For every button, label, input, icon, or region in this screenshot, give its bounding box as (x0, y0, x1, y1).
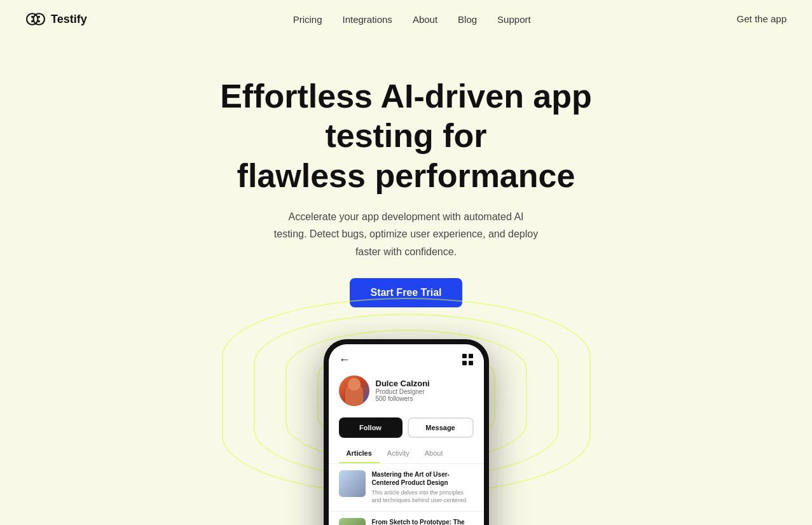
profile-info: Dulce Calzoni Product Designer 500 follo… (376, 379, 474, 402)
hero-description: Accelerate your app development with aut… (273, 208, 540, 260)
svg-point-3 (31, 20, 34, 23)
tab-articles[interactable]: Articles (339, 444, 380, 463)
phone-mockup: ← Dulce Calzoni Product Designer 500 fol… (324, 339, 489, 525)
svg-point-0 (27, 13, 38, 25)
article-thumb-1 (339, 470, 366, 497)
article-text-2: From Sketch to Prototype: The Product De… (372, 518, 474, 525)
nav-blog[interactable]: Blog (458, 14, 477, 25)
navigation: Testify Pricing Integrations About Blog … (0, 0, 812, 38)
article-item-2: From Sketch to Prototype: The Product De… (329, 512, 484, 525)
article-desc-1: This article delves into the principles … (372, 489, 474, 505)
tab-about[interactable]: About (417, 444, 451, 463)
svg-point-5 (38, 20, 41, 23)
action-buttons: Follow Message (329, 414, 484, 444)
profile-followers: 500 followers (376, 395, 474, 402)
nav-integrations[interactable]: Integrations (342, 14, 392, 25)
logo-icon (25, 10, 46, 28)
follow-button[interactable]: Follow (339, 417, 403, 438)
avatar-figure (345, 383, 363, 406)
profile-section: Dulce Calzoni Product Designer 500 follo… (329, 372, 484, 414)
tab-activity[interactable]: Activity (380, 444, 417, 463)
message-button[interactable]: Message (408, 417, 474, 438)
get-app-link[interactable]: Get the app (737, 13, 787, 24)
nav-pricing[interactable]: Pricing (293, 14, 322, 25)
article-title-2: From Sketch to Prototype: The Product De… (372, 518, 474, 525)
back-arrow-icon[interactable]: ← (339, 353, 350, 367)
svg-point-2 (31, 16, 34, 18)
grid-icon[interactable] (462, 354, 474, 365)
phone-screen: ← Dulce Calzoni Product Designer 500 fol… (329, 344, 484, 525)
article-text-1: Mastering the Art of User-Centered Produ… (372, 470, 474, 505)
logo[interactable]: Testify (25, 10, 87, 28)
article-item-1: Mastering the Art of User-Centered Produ… (329, 464, 484, 512)
hero-title: Effortless AI-driven app testing for fla… (184, 76, 629, 195)
nav-support[interactable]: Support (497, 14, 531, 25)
logo-text: Testify (51, 13, 87, 26)
article-title-1: Mastering the Art of User-Centered Produ… (372, 470, 474, 487)
articles-list: Mastering the Art of User-Centered Produ… (329, 464, 484, 525)
profile-title: Product Designer (376, 388, 474, 395)
avatar (339, 375, 369, 406)
nav-links: Pricing Integrations About Blog Support (293, 14, 531, 25)
article-thumb-2 (339, 518, 366, 525)
mockup-area: ← Dulce Calzoni Product Designer 500 fol… (0, 339, 812, 525)
nav-about[interactable]: About (413, 14, 437, 25)
profile-name: Dulce Calzoni (376, 379, 474, 388)
hero-section: Effortless AI-driven app testing for fla… (0, 38, 812, 320)
phone-header: ← (329, 344, 484, 372)
svg-point-1 (34, 13, 45, 25)
phone-tabs: Articles Activity About (329, 444, 484, 464)
svg-point-4 (38, 16, 41, 18)
nav-right: Get the app (737, 13, 787, 25)
